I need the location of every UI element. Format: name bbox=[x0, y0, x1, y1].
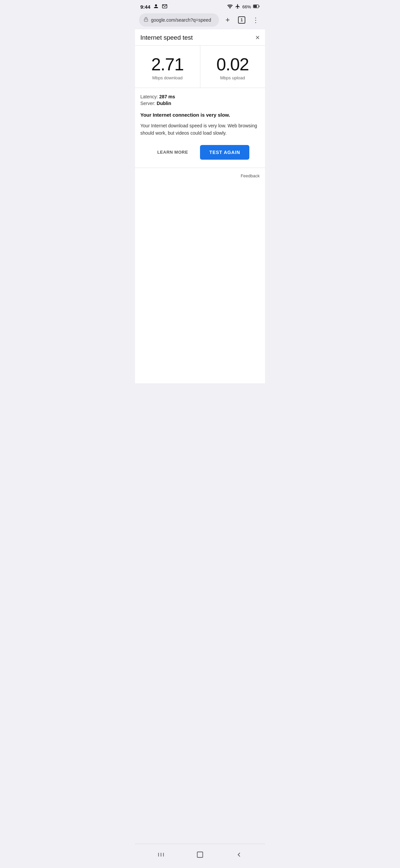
svg-point-0 bbox=[155, 4, 157, 6]
latency-label: Latency: bbox=[140, 94, 158, 99]
svg-rect-5 bbox=[254, 5, 257, 8]
test-again-button[interactable]: TEST AGAIN bbox=[200, 145, 249, 160]
connection-status-heading: Your Internet connection is very slow. bbox=[140, 112, 260, 118]
lock-icon bbox=[144, 17, 148, 23]
wifi-icon bbox=[227, 4, 233, 10]
time-display: 9:44 bbox=[140, 4, 150, 10]
new-tab-button[interactable]: + bbox=[222, 15, 233, 25]
latency-value: 287 ms bbox=[159, 94, 175, 99]
more-options-icon: ⋮ bbox=[251, 15, 260, 25]
server-label: Server: bbox=[140, 101, 155, 106]
upload-value: 0.02 bbox=[206, 55, 260, 74]
connection-description: Your Internet download speed is very low… bbox=[140, 122, 260, 137]
menu-button[interactable]: ⋮ bbox=[250, 15, 261, 25]
empty-content-area bbox=[135, 183, 265, 383]
server-value: Dublin bbox=[157, 101, 171, 106]
url-text: google.com/search?q=speed bbox=[151, 17, 211, 23]
svg-point-2 bbox=[230, 8, 230, 8]
speed-results: 2.71 Mbps download 0.02 Mbps upload bbox=[135, 46, 265, 88]
page-content: Internet speed test × 2.71 Mbps download… bbox=[135, 29, 265, 383]
close-button[interactable]: × bbox=[255, 34, 260, 41]
download-label: Mbps download bbox=[140, 75, 195, 80]
battery-label: 66% bbox=[242, 4, 251, 9]
details-section: Latency: 287 ms Server: Dublin Your Inte… bbox=[135, 88, 265, 167]
download-value: 2.71 bbox=[140, 55, 195, 74]
status-indicators: 66% bbox=[227, 4, 260, 10]
message-icon bbox=[162, 3, 168, 10]
tab-count-badge: 1 bbox=[238, 16, 245, 24]
download-result: 2.71 Mbps download bbox=[135, 46, 200, 88]
latency-line: Latency: 287 ms bbox=[140, 94, 260, 99]
upload-result: 0.02 Mbps upload bbox=[200, 46, 265, 88]
action-buttons: LEARN MORE TEST AGAIN bbox=[140, 145, 260, 168]
battery-icon bbox=[253, 4, 260, 9]
status-bar: 9:44 66% bbox=[135, 0, 265, 12]
status-time: 9:44 bbox=[140, 3, 168, 10]
svg-rect-6 bbox=[144, 19, 148, 21]
speed-test-title: Internet speed test bbox=[140, 34, 193, 41]
upload-label: Mbps upload bbox=[206, 75, 260, 80]
plus-icon: + bbox=[226, 16, 230, 24]
url-field[interactable]: google.com/search?q=speed bbox=[139, 13, 219, 27]
svg-rect-4 bbox=[259, 5, 259, 7]
address-bar: google.com/search?q=speed + 1 ⋮ bbox=[135, 12, 265, 29]
server-line: Server: Dublin bbox=[140, 101, 260, 106]
feedback-link[interactable]: Feedback bbox=[241, 173, 260, 178]
speed-test-header: Internet speed test × bbox=[135, 29, 265, 46]
feedback-bar: Feedback bbox=[135, 168, 265, 183]
tab-count-button[interactable]: 1 bbox=[236, 15, 247, 25]
account-icon bbox=[153, 3, 159, 10]
airplane-icon bbox=[235, 4, 240, 10]
learn-more-button[interactable]: LEARN MORE bbox=[151, 146, 195, 159]
